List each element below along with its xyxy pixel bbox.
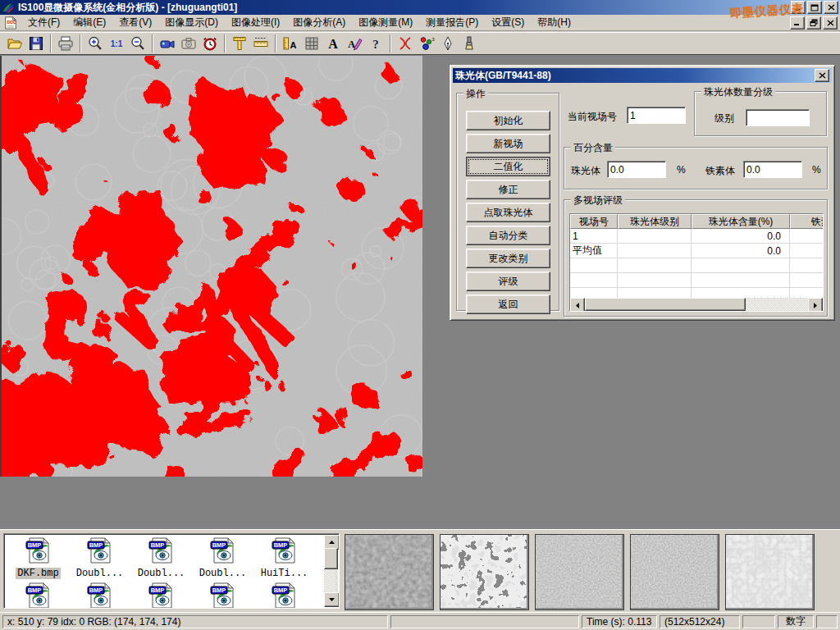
ferrite-unit: % <box>812 164 821 176</box>
file-item[interactable]: BMP <box>253 582 315 609</box>
pen-tool-icon <box>440 35 456 52</box>
file-item[interactable]: BMPDoubl... <box>69 536 130 579</box>
dialog-title-bar[interactable]: 珠光体(GB/T9441-88) <box>453 68 832 83</box>
menu-item-7[interactable]: 测量报告(P) <box>419 13 485 32</box>
op-button[interactable]: 点取珠光体 <box>466 203 550 222</box>
table-cell: 0.0 <box>692 244 790 258</box>
multi-field-group: 多视场评级 视场号珠光体级别珠光体含量(%)铁素体含量(%) 10.0平均值0.… <box>564 199 828 317</box>
menu-item-0[interactable]: 文件(F) <box>21 13 66 32</box>
op-button[interactable]: 更改类别 <box>466 249 550 268</box>
bmp-file-icon: BMP <box>25 582 52 609</box>
thumbnail-1[interactable] <box>345 534 434 610</box>
status-end-panel <box>816 615 838 628</box>
thumbnail-2[interactable] <box>440 534 529 610</box>
grid-tool-button[interactable] <box>301 34 322 53</box>
brush-tool-icon <box>461 35 477 52</box>
table-column-header: 珠光体含量(%) <box>692 214 790 229</box>
op-button[interactable]: 自动分类 <box>466 226 550 245</box>
particle-classify-button[interactable]: 3 <box>416 34 437 53</box>
file-list-scrollbar[interactable] <box>324 535 338 607</box>
op-button[interactable]: 评级 <box>466 272 550 291</box>
text-edit-button[interactable]: A <box>344 34 365 53</box>
scroll-left-button[interactable] <box>570 298 585 312</box>
zoom-in-button[interactable] <box>84 34 106 53</box>
thumbnail-4[interactable] <box>630 534 719 610</box>
menu-item-8[interactable]: 设置(S) <box>485 13 531 32</box>
thumbnail-5[interactable] <box>725 534 815 610</box>
micrograph-image[interactable] <box>2 56 422 477</box>
zoom-out-button[interactable] <box>127 34 148 53</box>
thumbnail-3[interactable] <box>535 534 624 610</box>
table-row[interactable] <box>570 258 823 273</box>
table-horizontal-scrollbar[interactable] <box>570 298 823 311</box>
menu-item-4[interactable]: 图像处理(I) <box>225 13 286 32</box>
status-bar: x: 510 y: 79 idx: 0 RGB: (174, 174, 174)… <box>0 612 840 630</box>
arrow-right-icon <box>813 303 818 308</box>
maximize-button[interactable] <box>807 1 822 14</box>
multi-field-table: 视场号珠光体级别珠光体含量(%)铁素体含量(%) 10.0平均值0.0 <box>569 213 824 312</box>
pearlite-dialog: 珠光体(GB/T9441-88) 操作 初始化新视场二值化修正点取珠光体自动分类… <box>450 65 835 321</box>
file-item[interactable]: BMP <box>192 582 253 609</box>
table-row[interactable]: 平均值0.0 <box>570 244 823 258</box>
menu-item-2[interactable]: 查看(V) <box>112 13 158 32</box>
table-cell <box>570 273 618 287</box>
video-capture-button[interactable] <box>157 34 178 53</box>
ruler-measure-button[interactable] <box>250 34 272 53</box>
scroll-down-button[interactable] <box>324 592 340 607</box>
mdi-restore-button[interactable] <box>806 16 821 30</box>
thumbnail-strip <box>345 534 815 610</box>
mdi-close-button[interactable] <box>823 16 838 30</box>
op-button[interactable]: 新视场 <box>466 134 550 153</box>
curve-tool-button[interactable] <box>395 34 416 53</box>
scroll-right-button[interactable] <box>808 298 823 312</box>
table-row[interactable]: 10.0 <box>570 229 823 244</box>
save-button[interactable] <box>25 34 47 53</box>
scroll-track[interactable] <box>585 298 808 311</box>
level-input[interactable] <box>746 109 810 126</box>
pen-tool-button[interactable] <box>437 34 459 53</box>
file-item[interactable]: BMP <box>130 582 192 609</box>
op-button[interactable]: 修正 <box>466 180 550 199</box>
brush-tool-button[interactable] <box>459 34 480 53</box>
capture-camera-icon <box>180 35 197 52</box>
scroll-thumb[interactable] <box>585 298 746 311</box>
menu-item-5[interactable]: 图像分析(A) <box>286 13 352 32</box>
scroll-thumb[interactable] <box>324 548 338 569</box>
menu-item-3[interactable]: 图像显示(D) <box>158 13 225 32</box>
text-annotation-button[interactable]: A <box>322 34 344 53</box>
current-field-input[interactable] <box>627 107 686 124</box>
file-item[interactable]: BMPHuiTi... <box>253 536 315 579</box>
menu-item-9[interactable]: 帮助(H) <box>531 13 578 32</box>
print-button[interactable] <box>55 34 76 53</box>
file-name: Doubl... <box>75 568 126 579</box>
file-list-row2: BMPBMPBMPBMPBMP <box>4 579 339 609</box>
close-button[interactable] <box>824 1 838 14</box>
file-name: HuiTi... <box>259 568 310 579</box>
file-item[interactable]: BMPDoubl... <box>130 536 192 579</box>
table-cell <box>790 258 823 272</box>
menu-item-1[interactable]: 编辑(E) <box>66 13 112 32</box>
mdi-minimize-button[interactable] <box>790 16 805 30</box>
dialog-close-button[interactable] <box>815 69 829 82</box>
zoom-out-icon <box>130 35 146 52</box>
open-file-button[interactable] <box>4 34 25 53</box>
file-item[interactable]: BMP <box>69 582 130 609</box>
minimize-button[interactable] <box>791 1 806 14</box>
timer-button[interactable] <box>199 34 221 53</box>
menu-item-6[interactable]: 图像测量(M) <box>352 13 419 32</box>
op-button[interactable]: 二值化 <box>466 157 550 176</box>
photo-capture-button[interactable] <box>178 34 199 53</box>
ferrite-percent-input[interactable] <box>743 161 802 178</box>
op-button[interactable]: 初始化 <box>466 111 550 130</box>
table-row[interactable] <box>570 273 823 288</box>
actual-size-button[interactable]: 1:1 <box>106 34 127 53</box>
caliper-measure-button[interactable] <box>229 34 250 53</box>
file-item[interactable]: BMPDKF.bmp <box>7 536 69 579</box>
pearlite-percent-input[interactable] <box>607 161 666 178</box>
help-button[interactable]: ? <box>365 34 386 53</box>
arrow-left-icon <box>575 303 580 308</box>
op-button[interactable]: 返回 <box>466 294 550 314</box>
file-item[interactable]: BMPDoubl... <box>192 536 253 579</box>
measure-annotate-button[interactable]: A <box>280 34 301 53</box>
file-item[interactable]: BMP <box>7 582 69 609</box>
